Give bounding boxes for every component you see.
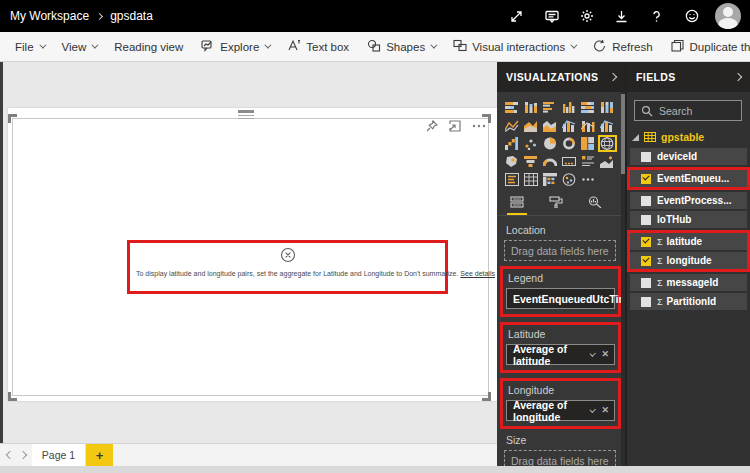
menu-item-label: View [62, 41, 87, 53]
viz-type-kpi-icon[interactable] [598, 153, 617, 170]
viz-pane-tab-analytics[interactable] [588, 196, 602, 215]
more-options-icon[interactable] [472, 124, 486, 128]
visual-resize-handle-bottom-left[interactable] [8, 392, 17, 401]
add-page-button[interactable]: + [86, 444, 113, 466]
checkbox-checked[interactable] [641, 256, 651, 266]
field-name: messageId [667, 277, 719, 288]
visualizations-panel: VISUALIZATIONS LocationDrag data fields … [497, 62, 625, 466]
field-item-longitude[interactable]: Σlongitude [630, 252, 747, 269]
well-field-eventenqueuedutctime[interactable]: EventEnqueuedUtcTime✕ [506, 288, 615, 309]
page-nav-forward-icon[interactable] [18, 451, 26, 459]
field-dropdown-icon[interactable] [590, 407, 596, 413]
well-drop-target[interactable]: Drag data fields here [504, 450, 616, 466]
viz-type-r-script-visual-icon[interactable] [559, 171, 578, 188]
viz-type-waterfall-chart-icon[interactable] [502, 135, 521, 152]
viz-type-line-clustered-column-chart-icon[interactable] [559, 117, 578, 134]
well-drop-target[interactable]: Drag data fields here [504, 240, 616, 261]
field-name: PartitionId [667, 296, 716, 307]
menu-item-view[interactable]: View [53, 32, 106, 61]
checkbox-unchecked[interactable] [641, 278, 651, 288]
viz-type-slicer-icon[interactable] [502, 171, 521, 188]
checkbox-unchecked[interactable] [641, 215, 651, 225]
viz-type-scatter-chart-icon[interactable] [521, 135, 540, 152]
field-item-eventprocess[interactable]: EventProcess... [630, 192, 747, 209]
viz-type-stacked-area-chart-icon[interactable] [540, 117, 559, 134]
checkbox-checked[interactable] [641, 237, 651, 247]
search-input[interactable] [659, 105, 739, 117]
viz-type-area-chart-icon[interactable] [521, 117, 540, 134]
menu-item-text-box[interactable]: Text box [278, 32, 358, 61]
visual-resize-handle-bottom-right[interactable] [482, 392, 491, 401]
fullscreen-icon[interactable] [499, 0, 534, 32]
feedback-icon[interactable] [534, 0, 569, 32]
expand-table-icon[interactable] [632, 134, 639, 141]
viz-type-table-icon[interactable] [521, 171, 540, 188]
field-dropdown-icon[interactable] [590, 351, 597, 358]
menu-item-file[interactable]: File [6, 32, 53, 61]
menu-item-reading-view[interactable]: Reading view [105, 32, 192, 61]
chevron-down-icon [571, 42, 578, 49]
field-item-deviceid[interactable]: deviceId [630, 148, 747, 165]
checkbox-unchecked[interactable] [641, 297, 651, 307]
table-node-gpstable[interactable]: gpstable [627, 128, 750, 148]
help-icon[interactable] [639, 0, 674, 32]
viz-type-line-stacked-column-chart-icon[interactable] [579, 117, 598, 134]
download-icon[interactable] [604, 0, 639, 32]
breadcrumb-report[interactable]: gpsdata [110, 9, 153, 23]
menu-item-duplicate-this-page[interactable]: Duplicate this page [662, 32, 750, 61]
viz-type-clustered-column-chart-icon[interactable] [559, 99, 578, 116]
remove-field-icon[interactable]: ✕ [601, 406, 609, 415]
viz-type-stacked-bar-chart-icon[interactable] [502, 99, 521, 116]
viz-type-funnel-chart-icon[interactable] [521, 153, 540, 170]
viz-pane-tab-format[interactable] [549, 196, 563, 215]
see-details-link[interactable]: See details [460, 270, 495, 277]
menu-item-explore[interactable]: Explore [192, 32, 278, 61]
field-item-messageid[interactable]: ΣmessageId [630, 274, 747, 291]
checkbox-unchecked[interactable] [641, 152, 651, 162]
settings-gear-icon[interactable] [569, 0, 604, 32]
viz-type-100-stacked-bar-chart-icon[interactable] [579, 99, 598, 116]
well-field-average-of-longitude[interactable]: Average of longitude✕ [506, 400, 615, 421]
visual-resize-handle-top-left[interactable] [8, 114, 17, 123]
field-item-partitionid[interactable]: ΣPartitionId [630, 293, 747, 310]
checkbox-unchecked[interactable] [641, 196, 651, 206]
viz-type-card-icon[interactable] [559, 153, 578, 170]
field-item-latitude[interactable]: Σlatitude [630, 233, 747, 250]
viz-type-more-visuals-icon[interactable] [579, 171, 598, 188]
focus-mode-icon[interactable] [449, 120, 461, 132]
viz-type-gauge-icon[interactable] [540, 153, 559, 170]
viz-type-pie-chart-icon[interactable] [540, 135, 559, 152]
menu-item-shapes[interactable]: Shapes [358, 32, 444, 61]
visual-drag-grip[interactable] [238, 110, 254, 120]
field-item-iothub[interactable]: IoTHub [630, 211, 747, 228]
menu-item-visual-interactions[interactable]: Visual interactions [444, 32, 584, 61]
viz-type-line-chart-icon[interactable] [502, 117, 521, 134]
viz-type-stacked-column-chart-icon[interactable] [521, 99, 540, 116]
smiley-feedback-icon[interactable] [674, 0, 709, 32]
viz-type-filled-map-icon[interactable] [502, 153, 521, 170]
breadcrumb-workspace[interactable]: My Workspace [10, 9, 89, 23]
report-canvas[interactable]: To display latitude and longitude pairs,… [0, 62, 497, 466]
viz-type-donut-chart-icon[interactable] [559, 135, 578, 152]
viz-type-matrix-icon[interactable] [540, 171, 559, 188]
menu-item-refresh[interactable]: Refresh [584, 32, 661, 61]
viz-type-combo-chart-icon[interactable] [598, 117, 617, 134]
collapse-fields-icon[interactable] [734, 73, 742, 81]
field-item-eventenqueu[interactable]: EventEnqueu... [630, 170, 747, 187]
viz-type-map-icon[interactable] [598, 135, 617, 152]
viz-type-treemap-icon[interactable] [579, 135, 598, 152]
viz-type-multi-row-card-icon[interactable] [579, 153, 598, 170]
pin-visual-icon[interactable] [426, 120, 438, 132]
well-field-average-of-latitude[interactable]: Average of latitude✕ [506, 344, 615, 365]
field-list: deviceIdEventEnqueu...EventProcess...IoT… [627, 148, 750, 310]
viz-pane-tab-fields[interactable] [510, 196, 524, 215]
collapse-visualizations-icon[interactable] [609, 73, 617, 81]
viz-type-100-stacked-column-chart-icon[interactable] [598, 99, 617, 116]
sigma-icon: Σ [657, 278, 663, 288]
remove-field-icon[interactable]: ✕ [601, 350, 609, 359]
viz-type-clustered-bar-chart-icon[interactable] [540, 99, 559, 116]
checkbox-checked[interactable] [641, 174, 651, 184]
page-tab-1[interactable]: Page 1 [32, 444, 86, 466]
page-nav-back-icon[interactable] [5, 451, 13, 459]
account-avatar[interactable] [715, 3, 741, 29]
